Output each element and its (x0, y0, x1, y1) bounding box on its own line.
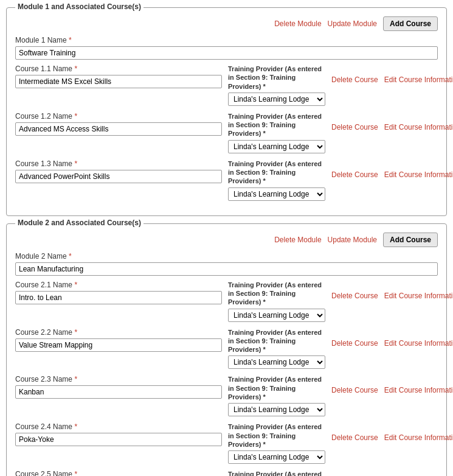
course-action-row-1-3: Delete CourseEdit Course Information (331, 170, 453, 179)
module-legend-2: Module 2 and Associated Course(s) (15, 219, 144, 227)
provider-wrapper-2-3: Training Provider (As entered in Section… (228, 375, 325, 416)
course-name-label-1-2: Course 1.2 Name * (15, 112, 222, 121)
provider-select-1-3[interactable]: Linda's Learning Lodge (228, 187, 325, 201)
course-actions-2-5: Delete CourseEdit Course Information (331, 470, 453, 476)
course-right-2-1: Training Provider (As entered in Section… (228, 281, 453, 322)
edit-course-btn-2-4[interactable]: Edit Course Information (384, 433, 453, 442)
provider-label-1-1: Training Provider (As entered in Section… (228, 65, 325, 91)
add-course-btn-2[interactable]: Add Course (383, 233, 438, 247)
course-name-input-2-2[interactable] (15, 338, 222, 352)
edit-course-btn-2-1[interactable]: Edit Course Information (384, 292, 453, 300)
delete-module-btn-2[interactable]: Delete Module (274, 236, 321, 244)
delete-course-btn-2-1[interactable]: Delete Course (331, 292, 378, 300)
course-name-label-2-5: Course 2.5 Name * (15, 470, 222, 476)
course-row-2-5: Course 2.5 Name *Training Provider (As e… (15, 470, 438, 476)
provider-select-2-2[interactable]: Linda's Learning Lodge (228, 355, 325, 369)
provider-select-2-1[interactable]: Linda's Learning Lodge (228, 309, 325, 322)
delete-course-btn-1-3[interactable]: Delete Course (331, 170, 378, 179)
provider-select-2-4[interactable]: Linda's Learning Lodge (228, 450, 325, 464)
course-name-input-2-4[interactable] (15, 433, 222, 446)
course-name-label-2-1: Course 2.1 Name * (15, 281, 222, 289)
delete-module-btn-1[interactable]: Delete Module (274, 19, 321, 28)
course-actions-1-2: Delete CourseEdit Course Information (331, 112, 453, 131)
edit-course-btn-2-2[interactable]: Edit Course Information (384, 339, 453, 348)
provider-label-2-2: Training Provider (As entered in Section… (228, 328, 325, 354)
course-name-label-2-4: Course 2.4 Name * (15, 422, 222, 431)
course-right-1-1: Training Provider (As entered in Section… (228, 65, 453, 106)
course-right-2-2: Training Provider (As entered in Section… (228, 328, 453, 369)
provider-wrapper-2-2: Training Provider (As entered in Section… (228, 328, 325, 369)
provider-wrapper-2-5: Training Provider (As entered in Section… (228, 470, 325, 476)
module-name-input-1[interactable] (15, 46, 438, 60)
provider-label-1-3: Training Provider (As entered in Section… (228, 159, 325, 186)
course-right-1-2: Training Provider (As entered in Section… (228, 112, 453, 153)
course-actions-2-2: Delete CourseEdit Course Information (331, 328, 453, 348)
course-name-field-1-1: Course 1.1 Name * (15, 65, 222, 88)
course-row-2-4: Course 2.4 Name *Training Provider (As e… (15, 422, 438, 464)
edit-course-btn-1-2[interactable]: Edit Course Information (384, 123, 453, 131)
course-action-row-1-2: Delete CourseEdit Course Information (331, 123, 453, 131)
edit-course-btn-2-3[interactable]: Edit Course Information (384, 386, 453, 394)
course-action-row-2-4: Delete CourseEdit Course Information (331, 433, 453, 442)
provider-wrapper-2-1: Training Provider (As entered in Section… (228, 281, 325, 322)
course-row-1-3: Course 1.3 Name *Training Provider (As e… (15, 159, 438, 201)
provider-label-2-3: Training Provider (As entered in Section… (228, 375, 325, 401)
course-row-2-2: Course 2.2 Name *Training Provider (As e… (15, 328, 438, 369)
required-star: * (74, 422, 77, 431)
delete-course-btn-2-3[interactable]: Delete Course (331, 386, 378, 394)
provider-wrapper-1-1: Training Provider (As entered in Section… (228, 65, 325, 106)
course-row-2-3: Course 2.3 Name *Training Provider (As e… (15, 375, 438, 416)
required-star: * (69, 252, 72, 261)
module-name-label-2: Module 2 Name * (15, 252, 438, 261)
module-name-input-2[interactable] (15, 262, 438, 276)
delete-course-btn-1-2[interactable]: Delete Course (331, 123, 378, 131)
course-row-2-1: Course 2.1 Name *Training Provider (As e… (15, 281, 438, 322)
required-star: * (74, 159, 77, 168)
required-star: * (74, 328, 77, 337)
module-actions-1: Delete ModuleUpdate Module (274, 19, 377, 28)
provider-wrapper-2-4: Training Provider (As entered in Section… (228, 422, 325, 464)
course-row-1-2: Course 1.2 Name *Training Provider (As e… (15, 112, 438, 153)
provider-select-2-3[interactable]: Linda's Learning Lodge (228, 403, 325, 416)
edit-course-btn-1-1[interactable]: Edit Course Information (384, 75, 453, 84)
course-name-field-2-1: Course 2.1 Name * (15, 281, 222, 304)
provider-wrapper-1-2: Training Provider (As entered in Section… (228, 112, 325, 153)
provider-select-1-2[interactable]: Linda's Learning Lodge (228, 140, 325, 153)
delete-course-btn-2-4[interactable]: Delete Course (331, 433, 378, 442)
course-action-row-2-3: Delete CourseEdit Course Information (331, 386, 453, 394)
course-right-2-4: Training Provider (As entered in Section… (228, 422, 453, 464)
update-module-btn-1[interactable]: Update Module (328, 19, 377, 28)
course-name-input-2-3[interactable] (15, 385, 222, 399)
course-name-label-1-3: Course 1.3 Name * (15, 159, 222, 168)
course-name-field-2-4: Course 2.4 Name * (15, 422, 222, 446)
course-name-input-2-1[interactable] (15, 291, 222, 304)
course-actions-2-3: Delete CourseEdit Course Information (331, 375, 453, 394)
provider-wrapper-1-3: Training Provider (As entered in Section… (228, 159, 325, 201)
course-name-input-1-3[interactable] (15, 170, 222, 183)
course-name-field-2-3: Course 2.3 Name * (15, 375, 222, 399)
provider-label-1-2: Training Provider (As entered in Section… (228, 112, 325, 138)
course-actions-2-4: Delete CourseEdit Course Information (331, 422, 453, 442)
module-name-label-1: Module 1 Name * (15, 36, 438, 44)
required-star: * (74, 281, 77, 289)
required-star: * (74, 470, 77, 476)
module-section-2: Module 2 and Associated Course(s)Delete … (6, 223, 447, 476)
update-module-btn-2[interactable]: Update Module (328, 236, 377, 244)
required-star: * (74, 65, 77, 73)
provider-select-1-1[interactable]: Linda's Learning Lodge (228, 93, 325, 106)
course-name-input-1-2[interactable] (15, 122, 222, 136)
edit-course-btn-1-3[interactable]: Edit Course Information (384, 170, 453, 179)
delete-course-btn-2-2[interactable]: Delete Course (331, 339, 378, 348)
module-header-2: Delete ModuleUpdate ModuleAdd Course (15, 233, 438, 247)
course-name-label-2-3: Course 2.3 Name * (15, 375, 222, 383)
course-actions-2-1: Delete CourseEdit Course Information (331, 281, 453, 300)
course-action-row-2-2: Delete CourseEdit Course Information (331, 339, 453, 348)
course-name-input-1-1[interactable] (15, 75, 222, 88)
delete-course-btn-1-1[interactable]: Delete Course (331, 75, 378, 84)
course-action-row-2-1: Delete CourseEdit Course Information (331, 292, 453, 300)
course-action-row-1-1: Delete CourseEdit Course Information (331, 75, 453, 84)
course-actions-1-3: Delete CourseEdit Course Information (331, 159, 453, 179)
module-name-block-2: Module 2 Name * (15, 252, 438, 276)
module-name-block-1: Module 1 Name * (15, 36, 438, 60)
add-course-btn-1[interactable]: Add Course (383, 16, 438, 31)
